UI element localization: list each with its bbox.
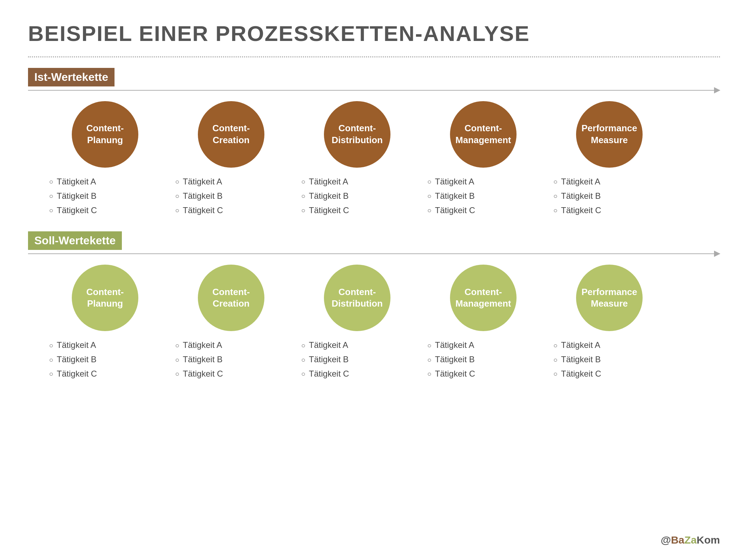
ist-label: Ist-Wertekette [28,68,115,86]
task-item: Tätigkeit A [49,338,97,352]
divider [28,56,720,57]
task-item: Tätigkeit B [301,189,349,203]
task-item: Tätigkeit A [427,338,475,352]
page-title: BEISPIEL EINER PROZESSKETTEN-ANALYSE [28,21,720,46]
soll-label: Soll-Wertekette [28,231,122,250]
ist-arrow-line [28,90,720,91]
process-item-4: PerformanceMeasureTätigkeit ATätigkeit B… [546,265,672,381]
task-item: Tätigkeit A [175,175,223,189]
soll-arrow [28,253,720,254]
task-item: Tätigkeit B [301,352,349,367]
circle-2: Content-Distribution [324,265,390,331]
task-item: Tätigkeit C [301,367,349,381]
task-item: Tätigkeit C [427,367,475,381]
ist-process-row: Content-PlanungTätigkeit ATätigkeit BTät… [28,101,720,217]
process-item-0: Content-PlanungTätigkeit ATätigkeit BTät… [42,101,168,217]
task-item: Tätigkeit A [301,338,349,352]
soll-arrow-line [28,253,720,254]
task-item: Tätigkeit C [175,203,223,218]
task-item: Tätigkeit C [301,203,349,218]
process-item-3: Content-ManagementTätigkeit ATätigkeit B… [420,265,546,381]
watermark: @BaZaKom [661,534,720,546]
circle-3: Content-Management [450,265,517,331]
process-item-0: Content-PlanungTätigkeit ATätigkeit BTät… [42,265,168,381]
circle-0: Content-Planung [72,101,138,168]
task-item: Tätigkeit B [553,352,601,367]
process-item-3: Content-ManagementTätigkeit ATätigkeit B… [420,101,546,217]
task-item: Tätigkeit B [175,352,223,367]
task-item: Tätigkeit C [175,367,223,381]
task-item: Tätigkeit A [427,175,475,189]
task-list-3: Tätigkeit ATätigkeit BTätigkeit C [427,338,475,381]
circle-1: Content-Creation [198,265,264,331]
task-item: Tätigkeit C [49,367,97,381]
process-item-4: PerformanceMeasureTätigkeit ATätigkeit B… [546,101,672,217]
ist-section: Ist-Wertekette Content-PlanungTätigkeit … [28,68,720,217]
task-item: Tätigkeit B [49,189,97,203]
task-list-4: Tätigkeit ATätigkeit BTätigkeit C [553,175,601,217]
task-list-3: Tätigkeit ATätigkeit BTätigkeit C [427,175,475,217]
task-list-1: Tätigkeit ATätigkeit BTätigkeit C [175,338,223,381]
soll-section: Soll-Wertekette Content-PlanungTätigkeit… [28,231,720,381]
task-item: Tätigkeit C [427,203,475,218]
task-item: Tätigkeit B [553,189,601,203]
task-item: Tätigkeit A [175,338,223,352]
process-item-2: Content-DistributionTätigkeit ATätigkeit… [294,265,420,381]
task-item: Tätigkeit C [49,203,97,218]
task-item: Tätigkeit C [553,367,601,381]
task-item: Tätigkeit A [553,175,601,189]
process-item-1: Content-CreationTätigkeit ATätigkeit BTä… [168,265,294,381]
task-list-2: Tätigkeit ATätigkeit BTätigkeit C [301,175,349,217]
circle-2: Content-Distribution [324,101,390,168]
task-list-0: Tätigkeit ATätigkeit BTätigkeit C [49,338,97,381]
task-item: Tätigkeit B [175,189,223,203]
task-item: Tätigkeit C [553,203,601,218]
process-item-1: Content-CreationTätigkeit ATätigkeit BTä… [168,101,294,217]
task-item: Tätigkeit A [301,175,349,189]
circle-3: Content-Management [450,101,517,168]
task-item: Tätigkeit A [553,338,601,352]
task-item: Tätigkeit B [427,189,475,203]
circle-4: PerformanceMeasure [576,101,643,168]
circle-0: Content-Planung [72,265,138,331]
task-list-1: Tätigkeit ATätigkeit BTätigkeit C [175,175,223,217]
soll-process-row: Content-PlanungTätigkeit ATätigkeit BTät… [28,265,720,381]
task-item: Tätigkeit B [427,352,475,367]
ist-arrow [28,90,720,91]
task-item: Tätigkeit A [49,175,97,189]
task-list-4: Tätigkeit ATätigkeit BTätigkeit C [553,338,601,381]
task-item: Tätigkeit B [49,352,97,367]
circle-4: PerformanceMeasure [576,265,643,331]
task-list-0: Tätigkeit ATätigkeit BTätigkeit C [49,175,97,217]
task-list-2: Tätigkeit ATätigkeit BTätigkeit C [301,338,349,381]
process-item-2: Content-DistributionTätigkeit ATätigkeit… [294,101,420,217]
circle-1: Content-Creation [198,101,264,168]
